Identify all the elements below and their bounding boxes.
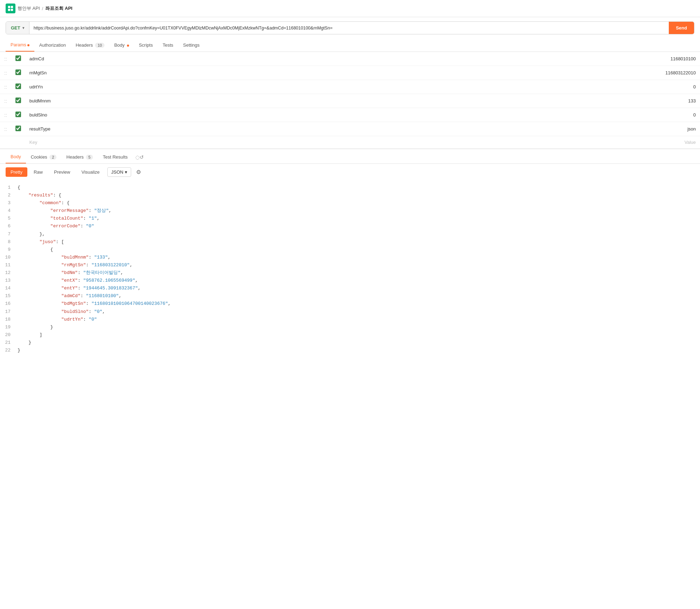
tab-scripts[interactable]: Scripts	[134, 39, 158, 51]
code-segment-colon: :	[86, 262, 92, 268]
line-number: 15	[0, 292, 18, 300]
table-row: :: admCd 1168010100	[0, 52, 700, 66]
code-segment-colon: : [	[56, 239, 64, 245]
code-segment-colon: :	[80, 293, 86, 299]
breadcrumb-api[interactable]: 행안부 API	[18, 5, 40, 12]
param-value-2[interactable]: 0	[318, 80, 700, 94]
code-segment-brace: ,	[97, 216, 100, 221]
code-segment-string: "한국타이어빌딩"	[83, 270, 121, 275]
line-content: "results": {	[18, 192, 700, 199]
param-checkbox-cell-2[interactable]	[11, 80, 25, 94]
code-segment-brace: ,	[138, 286, 141, 291]
drag-handle: ::	[0, 94, 11, 108]
param-value-5[interactable]: json	[318, 122, 700, 136]
line-number: 10	[0, 254, 18, 261]
code-segment-string: "1944645.3091832367"	[83, 286, 138, 291]
code-segment-key: "rnMgtSn"	[18, 262, 86, 268]
send-button[interactable]: Send	[669, 22, 694, 34]
param-checkbox-cell-3[interactable]	[11, 94, 25, 108]
table-row: :: buldSlno 0	[0, 108, 700, 122]
drag-handle	[0, 136, 11, 149]
code-segment-key: "admCd"	[18, 293, 80, 299]
line-number: 4	[0, 207, 18, 215]
format-preview-button[interactable]: Preview	[49, 167, 75, 177]
param-checkbox-4[interactable]	[15, 112, 21, 117]
code-segment-string: "0"	[89, 317, 97, 322]
line-content: {	[18, 184, 700, 192]
param-value-3[interactable]: 133	[318, 94, 700, 108]
param-key-5[interactable]: resultType	[25, 122, 318, 136]
param-value-placeholder[interactable]: Value	[318, 136, 700, 149]
param-checkbox-2[interactable]	[15, 83, 21, 89]
param-key-1[interactable]: rnMgtSn	[25, 66, 318, 80]
filter-icon[interactable]: ⚙	[136, 169, 141, 175]
tab-params[interactable]: Params	[6, 39, 34, 52]
params-table: :: admCd 1168010100 :: rnMgtSn 116803122…	[0, 52, 700, 149]
code-segment-string: "133"	[94, 255, 108, 260]
tab-settings[interactable]: Settings	[178, 39, 204, 51]
response-tab-test-results[interactable]: Test Results	[98, 151, 133, 163]
param-checkbox-cell-4[interactable]	[11, 108, 25, 122]
method-select[interactable]: GET ▾	[6, 22, 29, 34]
code-segment-key: "errorMessage"	[18, 208, 89, 213]
history-icon[interactable]: ◌↺	[135, 154, 144, 160]
request-tabs-bar: Params Authorization Headers 10 Body Scr…	[0, 39, 700, 52]
line-number: 11	[0, 261, 18, 269]
response-tab-cookies[interactable]: Cookies 2	[26, 151, 62, 163]
param-checkbox-cell-1[interactable]	[11, 66, 25, 80]
param-key-2[interactable]: udrtYn	[25, 80, 318, 94]
code-segment-brace: ,	[168, 301, 171, 306]
param-key-4[interactable]: buldSlno	[25, 108, 318, 122]
drag-handle: ::	[0, 66, 11, 80]
drag-handle: ::	[0, 52, 11, 66]
code-line: 21 }	[0, 339, 700, 347]
format-pretty-button[interactable]: Pretty	[6, 167, 27, 177]
line-content: "bdMgtSn": "11680101001064700140023676",	[18, 300, 700, 308]
line-number: 13	[0, 277, 18, 285]
logo-area: 행안부 API / 좌표조회 API	[6, 4, 73, 13]
line-number: 21	[0, 339, 18, 347]
tab-authorization[interactable]: Authorization	[34, 39, 71, 51]
code-segment-key: "buldSlno"	[18, 309, 89, 314]
line-number: 12	[0, 269, 18, 277]
code-line: 4 "errorMessage": "정상",	[0, 207, 700, 215]
format-bar: Pretty Raw Preview Visualize JSON ▾ ⚙	[0, 164, 700, 180]
table-row: :: resultType json	[0, 122, 700, 136]
code-line: 20 ]	[0, 331, 700, 339]
param-key-0[interactable]: admCd	[25, 52, 318, 66]
param-checkbox-0[interactable]	[15, 55, 21, 61]
param-key-3[interactable]: buldMnnm	[25, 94, 318, 108]
param-checkbox-5[interactable]	[15, 126, 21, 131]
param-value-1[interactable]: 116803122010	[318, 66, 700, 80]
param-checkbox-cell-0[interactable]	[11, 52, 25, 66]
param-checkbox-3[interactable]	[15, 98, 21, 103]
response-tab-body[interactable]: Body	[6, 150, 26, 163]
table-row: :: buldMnnm 133	[0, 94, 700, 108]
code-segment-colon: :	[80, 223, 86, 229]
svg-rect-0	[8, 6, 10, 8]
code-segment-string: "1"	[89, 216, 97, 221]
response-tab-headers[interactable]: Headers 5	[61, 151, 98, 163]
format-raw-button[interactable]: Raw	[29, 167, 48, 177]
line-number: 18	[0, 316, 18, 323]
format-visualize-button[interactable]: Visualize	[76, 167, 105, 177]
json-format-select[interactable]: JSON ▾	[107, 167, 131, 177]
param-key-placeholder[interactable]: Key	[25, 136, 318, 149]
tab-body[interactable]: Body	[109, 39, 134, 51]
code-line: 11 "rnMgtSn": "116803122010",	[0, 261, 700, 269]
param-checkbox-1[interactable]	[15, 69, 21, 75]
line-content: "bdNm": "한국타이어빌딩",	[18, 269, 700, 277]
code-segment-brace: ,	[102, 309, 105, 314]
response-tabs-bar: Body Cookies 2 Headers 5 Test Results ◌↺	[0, 150, 700, 164]
tab-tests[interactable]: Tests	[158, 39, 178, 51]
code-segment-colon: :	[78, 286, 83, 291]
param-value-0[interactable]: 1168010100	[318, 52, 700, 66]
tab-headers[interactable]: Headers 10	[71, 39, 109, 51]
code-segment-colon: :	[89, 309, 94, 314]
code-segment-brace: ]	[18, 332, 42, 337]
code-line: 5 "totalCount": "1",	[0, 215, 700, 222]
line-content: "buldSlno": "0",	[18, 308, 700, 316]
param-value-4[interactable]: 0	[318, 108, 700, 122]
url-input[interactable]	[29, 22, 669, 34]
param-checkbox-cell-5[interactable]	[11, 122, 25, 136]
